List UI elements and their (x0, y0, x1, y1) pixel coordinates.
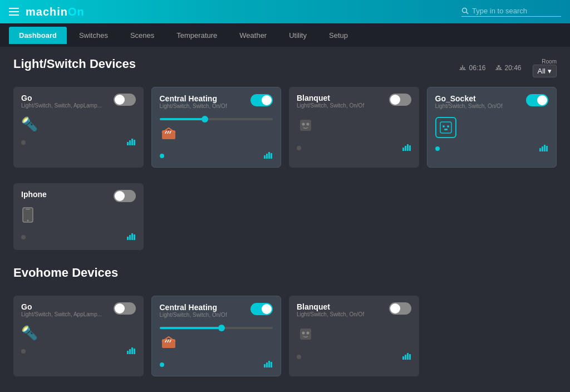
svg-rect-36 (129, 349, 131, 354)
main-content: Light/Switch Devices 06:16 20:46 (0, 47, 570, 392)
card-gs-title: Go_Socket (435, 94, 503, 103)
device-card-evohome-go: Go Light/Switch, Switch, AppLamp... 🔦 (13, 296, 144, 376)
card-ch-subtitle: Light/Switch, Switch, On/Of (160, 103, 227, 109)
menu-button[interactable] (9, 8, 19, 16)
nav-item-dashboard[interactable]: Dashboard (9, 27, 67, 44)
search-input[interactable] (472, 7, 561, 15)
svg-rect-6 (131, 139, 133, 145)
device-card-go-socket: Go_Socket Light/Switch, Switch, On/Of (427, 87, 557, 168)
svg-rect-18 (407, 144, 409, 151)
chart-bar-icon (402, 352, 411, 360)
card-bl-status-dot (297, 146, 301, 150)
svg-rect-12 (271, 153, 272, 159)
svg-rect-16 (402, 148, 404, 151)
svg-rect-40 (264, 364, 266, 367)
outlet-icon-evohome (297, 325, 315, 343)
card-iphone-chart-icon[interactable] (127, 232, 136, 242)
svg-rect-9 (264, 155, 266, 159)
svg-rect-19 (409, 145, 411, 151)
chart-bar-icon (127, 138, 136, 145)
svg-point-45 (302, 332, 305, 335)
svg-rect-29 (26, 209, 30, 210)
card-ech-chart-icon[interactable] (264, 360, 273, 369)
svg-rect-44 (300, 329, 311, 340)
card-ech-status-dot (160, 362, 164, 367)
card-go-subtitle: Light/Switch, Switch, AppLamp... (21, 102, 102, 109)
sunset-value: 20:46 (505, 64, 522, 72)
svg-rect-32 (129, 235, 131, 240)
card-go-chart-icon[interactable] (127, 138, 136, 147)
card-bl-chart-icon[interactable] (402, 143, 411, 153)
svg-rect-47 (402, 356, 404, 360)
sunrise-value: 06:16 (469, 64, 485, 72)
room-select: Room All ▾ (533, 58, 557, 77)
card-gs-toggle[interactable] (526, 94, 548, 106)
svg-rect-35 (127, 351, 129, 354)
nav-item-switches[interactable]: Switches (69, 27, 118, 44)
card-ebl-chart-icon[interactable] (402, 352, 411, 361)
evohome-title: Evohome Devices (13, 266, 557, 280)
svg-rect-37 (131, 347, 133, 354)
svg-rect-5 (129, 140, 131, 145)
card-ch-toggle[interactable] (250, 94, 273, 106)
sunrise-time: 06:16 (459, 64, 485, 72)
card-gs-status-dot (435, 146, 440, 151)
card-go-title: Go (21, 94, 102, 102)
heating-icon (160, 124, 178, 141)
svg-rect-4 (127, 142, 129, 145)
heat-icon (160, 124, 178, 145)
svg-rect-23 (444, 129, 448, 130)
light-switch-cards-row2: Iphone (13, 183, 557, 250)
device-card-central-heating: Central Heating Light/Switch, Switch, On… (151, 87, 282, 168)
header: machinOn (0, 0, 570, 23)
card-gs-subtitle: Light/Switch, Switch, On/Of (435, 103, 503, 109)
evohome-cards: Go Light/Switch, Switch, AppLamp... 🔦 (13, 296, 557, 376)
svg-point-21 (443, 125, 445, 128)
sunset-time: 20:46 (495, 64, 522, 72)
card-iphone-toggle[interactable] (114, 190, 136, 202)
search-box[interactable] (461, 7, 561, 17)
nav-item-temperature[interactable]: Temperature (166, 27, 227, 44)
card-ech-toggle[interactable] (250, 303, 273, 315)
card-go-toggle[interactable] (114, 94, 136, 106)
card-ech-title: Central Heating (160, 303, 227, 312)
card-ebl-toggle[interactable] (389, 302, 411, 315)
nav-item-weather[interactable]: Weather (229, 27, 277, 44)
nav-item-setup[interactable]: Setup (319, 27, 358, 44)
svg-rect-49 (407, 353, 409, 360)
svg-rect-26 (544, 145, 546, 151)
card-ch-slider[interactable] (160, 118, 273, 120)
light-switch-header: Light/Switch Devices 06:16 20:46 (13, 57, 557, 79)
card-ego-title: Go (21, 302, 102, 311)
svg-rect-11 (268, 152, 270, 159)
svg-point-15 (307, 123, 309, 126)
card-ch-status-dot (160, 154, 164, 158)
nav-item-utility[interactable]: Utility (279, 27, 317, 44)
room-dropdown[interactable]: All ▾ (533, 65, 557, 77)
card-bl-toggle[interactable] (389, 94, 411, 106)
phone-icon (21, 207, 35, 227)
card-ch-title: Central Heating (160, 94, 227, 103)
svg-point-30 (27, 220, 29, 222)
card-ego-status-dot (21, 349, 26, 354)
chart-bar-icon (539, 144, 548, 151)
svg-rect-48 (405, 355, 406, 360)
card-ego-chart-icon[interactable] (127, 346, 136, 356)
device-card-evohome-blanquet: Blanquet Light/Switch, Switch, On/Of (289, 296, 419, 376)
sunset-icon (495, 64, 503, 72)
card-ech-subtitle: Light/Switch, Switch, On/Of (160, 312, 227, 318)
nav-item-scenes[interactable]: Scenes (120, 27, 164, 44)
card-ch-chart-icon[interactable] (264, 151, 273, 160)
card-ech-slider[interactable] (160, 327, 273, 329)
chevron-down-icon: ▾ (548, 67, 552, 75)
svg-rect-38 (134, 349, 135, 354)
empty-slot-1 (151, 183, 282, 250)
svg-rect-34 (134, 234, 135, 240)
svg-rect-50 (409, 354, 411, 360)
device-card-evohome-ch: Central Heating Light/Switch, Switch, On… (151, 296, 282, 376)
svg-rect-10 (266, 154, 268, 159)
card-ego-toggle[interactable] (114, 302, 136, 315)
svg-rect-17 (405, 146, 406, 151)
card-ego-subtitle: Light/Switch, Switch, AppLamp... (21, 311, 102, 317)
card-gs-chart-icon[interactable] (539, 144, 548, 153)
